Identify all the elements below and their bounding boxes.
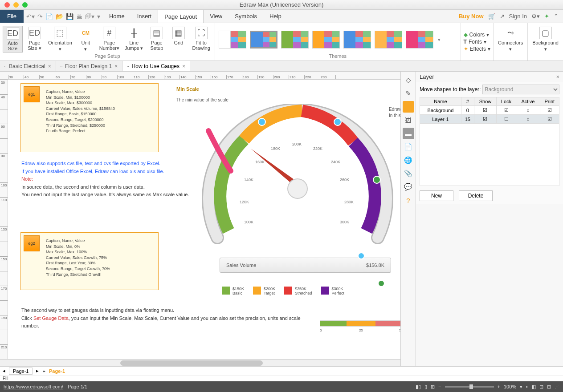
auto-size-button[interactable]: EDAutoSize [3, 26, 23, 53]
zoom-slider[interactable] [445, 386, 494, 388]
view-mode-icon2[interactable]: ▯ [424, 384, 427, 390]
status-url[interactable]: https://www.edrawsoft.com/ [4, 384, 63, 389]
gear-icon[interactable]: ⚙▾ [531, 13, 540, 20]
callout-dot[interactable] [378, 280, 385, 287]
svg-point-2 [258, 118, 265, 125]
status-icon[interactable]: ◧ [531, 384, 536, 390]
tab-home[interactable]: Home [103, 10, 131, 23]
buy-now-link[interactable]: Buy Now [459, 13, 484, 20]
export-icon[interactable]: 🗐▾ [85, 13, 94, 20]
save-icon[interactable]: 💾 [66, 13, 73, 20]
zoom-out-icon[interactable]: − [438, 384, 441, 389]
close-panel-icon[interactable]: × [556, 73, 559, 80]
theme-option[interactable] [406, 31, 433, 48]
cart-icon[interactable]: 🛒 [488, 13, 495, 20]
theme-option[interactable] [219, 31, 246, 48]
layer-row[interactable]: Layer-115☑☐○☑ [420, 115, 559, 124]
layer-table: Name#ShowLockActivePrint Background0☑☑○☑… [420, 97, 559, 124]
tab-help[interactable]: Help [263, 10, 288, 23]
example-box-2[interactable]: eg2 Caption, Name, ValueMin Scale, Min, … [20, 232, 159, 290]
svg-rect-7 [347, 321, 375, 326]
h-scrollbar[interactable] [0, 359, 400, 366]
effects-button[interactable]: ✦Effects▾ [464, 45, 490, 53]
orientation-button[interactable]: ⬚Orientation▾ [46, 26, 74, 53]
close-tab-icon[interactable]: × [182, 63, 185, 69]
line-jumps-button[interactable]: ╫LineJumps ▾ [123, 26, 145, 52]
sign-in-link[interactable]: Sign In [509, 13, 527, 20]
example-box-1[interactable]: eg1 Caption, Name, ValueMin Scale, Min, … [20, 83, 159, 152]
page-setup-button[interactable]: ▤PageSetup [147, 26, 167, 52]
fit-page-icon[interactable]: ⊞ [431, 384, 435, 390]
callout-dot[interactable] [358, 252, 365, 259]
close-tab-icon[interactable]: × [48, 63, 51, 69]
svg-text:0: 0 [320, 328, 322, 332]
page-tab[interactable]: Page-1 [9, 368, 33, 375]
fill-icon[interactable] [403, 101, 414, 113]
zoom-in-icon[interactable]: + [498, 384, 500, 389]
undo-icon[interactable]: ↶▾ [26, 13, 35, 20]
attachment-icon[interactable]: 📎 [403, 168, 414, 179]
text-format-icon[interactable]: ✎ [403, 88, 414, 99]
view-mode-icon[interactable]: ▮▯ [416, 384, 421, 390]
qat-more-icon[interactable]: ▾ [97, 13, 100, 20]
print-icon[interactable]: 🖶 [76, 13, 82, 20]
picture-icon[interactable]: 🖼 [403, 114, 414, 126]
comment-icon[interactable]: 💬 [403, 181, 414, 193]
layer-row[interactable]: Background0☑☑○☑ [420, 106, 559, 115]
theme-option-selected[interactable] [250, 31, 277, 48]
tab-page-layout[interactable]: Page Layout [158, 10, 204, 23]
tab-insert[interactable]: Insert [131, 10, 158, 23]
close-tab-icon[interactable]: × [114, 63, 118, 69]
legend-swatch [222, 287, 230, 295]
open-icon[interactable]: 📂 [56, 13, 63, 20]
canvas[interactable]: eg1 Caption, Name, ValueMin Scale, Min, … [8, 80, 400, 359]
page-icon[interactable]: 📄 [403, 141, 414, 153]
unit-button[interactable]: CMUnit▾ [76, 26, 96, 53]
themes-more-icon[interactable]: ▾ [436, 37, 442, 43]
colors-button[interactable]: ◆Colors▾ [464, 31, 490, 38]
redo-icon[interactable]: ↷ [37, 13, 43, 20]
zoom-level[interactable]: 100% [504, 384, 516, 389]
svg-point-1 [288, 179, 307, 198]
doc-tab-active[interactable]: ▫How to Use Gauges× [122, 61, 190, 71]
page-size-button[interactable]: EDPageSize ▾ [24, 26, 45, 52]
theme-option[interactable] [343, 31, 371, 48]
file-menu[interactable]: File [0, 10, 24, 23]
new-doc-icon[interactable]: 📄 [45, 13, 53, 20]
hyperlink-icon[interactable]: 🌐 [403, 154, 414, 166]
pagebar-prev-icon[interactable]: ◂ [3, 368, 5, 374]
connectors-button[interactable]: ⤳Connectors▾ [496, 26, 525, 53]
linear-gauge[interactable]: 0 25 50 [320, 319, 400, 332]
collapse-ribbon-icon[interactable]: ⌃ [554, 13, 559, 20]
share-icon[interactable]: ↗ [500, 13, 505, 20]
layer-icon[interactable]: ▬ [403, 128, 414, 139]
doc-tab[interactable]: ▫Floor Plan Design 1× [56, 61, 123, 71]
tab-symbols[interactable]: Symbols [228, 10, 263, 23]
delete-layer-button[interactable]: Delete [459, 190, 493, 201]
theme-option[interactable] [312, 31, 340, 48]
new-layer-button[interactable]: New [420, 190, 453, 201]
grid-button[interactable]: ▦Grid [168, 26, 188, 46]
theme-option[interactable] [375, 31, 402, 48]
shape-format-icon[interactable]: ◇ [403, 74, 414, 86]
eg2-text: Caption, Name, ValueMin Scale, Min, 0%Ma… [46, 238, 155, 277]
fonts-button[interactable]: TFonts▾ [464, 38, 490, 45]
theme-option[interactable] [281, 31, 309, 48]
pagebar-next-icon[interactable]: ▸ [36, 368, 39, 374]
page-number-button[interactable]: #PageNumber▾ [98, 26, 121, 52]
sales-volume-bar[interactable]: Sales Volume $156.8K [220, 258, 391, 273]
resize-grip-icon[interactable]: ⋰ [555, 384, 559, 390]
help-icon[interactable]: ? [403, 194, 414, 206]
tab-view[interactable]: View [204, 10, 228, 23]
status-icon[interactable]: ⊡ [539, 384, 543, 390]
background-button[interactable]: ▢Background▾ [530, 26, 560, 53]
doc-tab[interactable]: ▫Basic Electrical× [0, 61, 56, 71]
status-icon[interactable]: ▪ [526, 384, 528, 389]
orientation-icon: ⬚ [54, 27, 66, 39]
status-icon[interactable]: ⊞ [547, 384, 551, 390]
gauge-chart[interactable]: 100K 120K 140K 160K 180K 200K 220K 240K … [200, 104, 396, 251]
grid-icon: ▦ [172, 27, 185, 39]
fit-to-drawing-button[interactable]: ⛶Fit toDrawing [190, 26, 212, 52]
move-layer-select[interactable]: Background [482, 85, 559, 94]
add-page-icon[interactable]: + [42, 368, 45, 374]
